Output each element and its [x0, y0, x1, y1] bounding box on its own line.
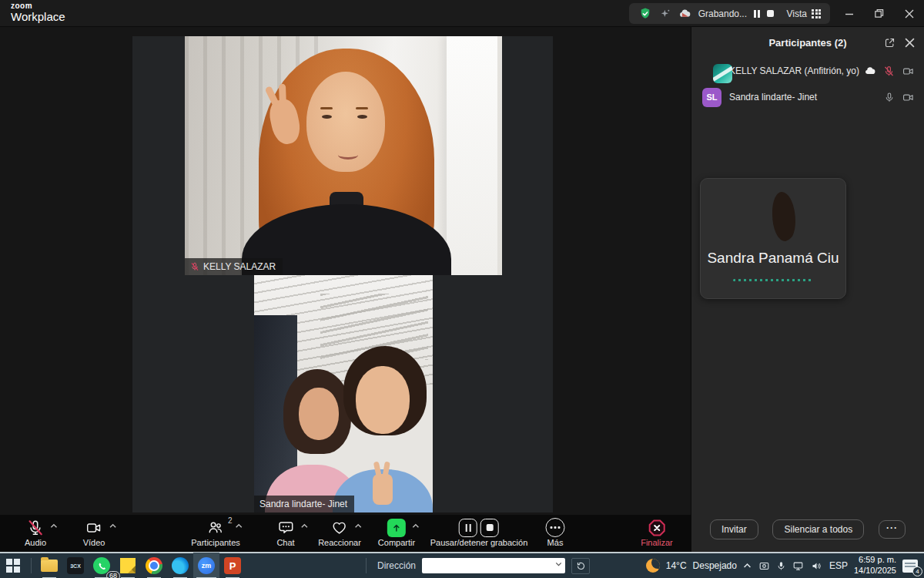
heart-icon [330, 519, 348, 536]
chevron-down-icon[interactable] [555, 562, 562, 566]
participant-row-sandra[interactable]: SL Sandra lindarte- Jinet [691, 84, 924, 110]
restore-button[interactable] [864, 0, 894, 27]
address-input[interactable] [422, 558, 565, 573]
participants-options-chevron[interactable] [236, 523, 243, 529]
participant-row-kelly[interactable]: KELLY SALAZAR (Anfitrión, yo) [691, 58, 924, 84]
meeting-toolbar: Audio Vídeo 2 [0, 515, 691, 552]
react-control[interactable]: Reaccionar [318, 518, 361, 547]
participant-nametag: KELLY SALAZAR [185, 258, 283, 275]
taskbar-edge[interactable] [167, 553, 193, 578]
taskbar-whatsapp[interactable]: 68 [89, 553, 115, 578]
video-options-chevron[interactable] [109, 523, 117, 529]
speaker-tray-icon[interactable] [810, 560, 823, 572]
video-tile-sandra[interactable]: Sandra lindarte- Jinet [254, 275, 433, 512]
mic-icon[interactable] [884, 92, 895, 103]
stop-recording-button[interactable] [480, 519, 499, 537]
view-button[interactable]: Vista [787, 8, 821, 19]
chat-icon [277, 519, 294, 536]
taskbar-powerpoint[interactable]: P [219, 553, 246, 578]
react-label: Reaccionar [318, 538, 361, 547]
react-options-chevron[interactable] [354, 523, 362, 529]
taskbar-zoom[interactable]: zm [193, 553, 219, 578]
taskbar-3cx[interactable]: 3CX [62, 553, 89, 578]
security-shield-icon[interactable] [638, 7, 652, 21]
panel-more-button[interactable]: ··· [879, 520, 906, 539]
audio-label: Audio [25, 538, 46, 547]
taskbar-chrome[interactable] [141, 553, 167, 578]
date-text: 14/10/2025 [854, 566, 896, 575]
logo-zoom-text: zoom [11, 2, 65, 10]
panel-footer: Invitar Silenciar a todos ··· [691, 519, 924, 539]
invite-button[interactable]: Invitar [710, 519, 758, 539]
windows-taskbar: 3CX 68 zm P Dirección [0, 552, 924, 578]
popout-icon[interactable] [884, 37, 896, 49]
recording-label: Pausar/detener grabación [430, 538, 528, 547]
chat-control[interactable]: Chat [276, 518, 294, 547]
participants-control[interactable]: 2 Participantes [191, 518, 240, 547]
more-dots-icon [546, 518, 565, 537]
end-meeting-control[interactable]: Finalizar [641, 518, 673, 547]
more-control[interactable]: Más [546, 518, 565, 547]
participant-name: Sandra lindarte- Jinet [729, 92, 884, 102]
meeting-status-pill: Grabando... Vista [629, 3, 830, 24]
tray-expand-chevron[interactable] [743, 563, 752, 569]
mute-all-button[interactable]: Silenciar a todos [772, 519, 864, 539]
zoom-workplace-logo: zoom Workplace [11, 2, 65, 22]
system-tray [758, 560, 823, 572]
self-video-preview-card[interactable]: Sandra Panamá Ciu [700, 178, 846, 299]
camera-icon[interactable] [902, 92, 915, 103]
close-panel-icon[interactable] [905, 38, 915, 48]
mic-tray-icon[interactable] [776, 560, 786, 572]
muted-mic-icon [190, 262, 199, 271]
weather-desc[interactable]: Despejado [693, 560, 737, 571]
camera-icon[interactable] [902, 66, 915, 77]
address-toolbar: Dirección [361, 558, 590, 574]
taskbar-sticky-notes[interactable] [115, 553, 141, 578]
minimize-button[interactable] [834, 0, 864, 27]
pause-recording-button[interactable] [459, 519, 477, 537]
chrome-icon [146, 557, 162, 574]
recording-status-label: Grabando... [698, 8, 747, 19]
end-meeting-label: Finalizar [641, 538, 673, 547]
logo-workplace-text: Workplace [11, 11, 65, 22]
weather-moon-icon[interactable] [646, 559, 660, 573]
avatar: SL [702, 88, 721, 107]
nametag-text: KELLY SALAZAR [203, 261, 276, 272]
action-center-icon[interactable]: 4 [902, 560, 918, 573]
audio-control[interactable]: Audio [25, 518, 46, 547]
panel-header: Participantes (2) [691, 27, 924, 58]
video-control[interactable]: Vídeo [83, 518, 105, 547]
screen-record-tray-icon[interactable] [758, 560, 771, 572]
language-indicator[interactable]: ESP [829, 560, 848, 571]
participants-count-badge: 2 [228, 516, 233, 525]
more-label: Más [547, 538, 564, 547]
zoom-meeting-window: zoom Workplace Grabando... Vista [0, 0, 924, 578]
windows-logo-icon [6, 559, 20, 573]
audio-options-chevron[interactable] [50, 523, 58, 529]
view-label: Vista [787, 8, 807, 19]
recording-control: Pausar/detener grabación [430, 518, 528, 547]
titlebar: zoom Workplace Grabando... Vista [0, 0, 924, 27]
powerpoint-icon: P [224, 557, 241, 574]
share-control[interactable]: Compartir [378, 518, 415, 547]
start-button[interactable] [0, 553, 26, 578]
video-tile-kelly[interactable]: KELLY SALAZAR [185, 36, 502, 275]
chat-options-chevron[interactable] [300, 523, 308, 529]
audio-level-dots [733, 279, 813, 281]
close-button[interactable] [894, 0, 924, 27]
edge-icon [172, 557, 189, 574]
stop-recording-icon[interactable] [767, 10, 774, 17]
avatar [713, 64, 732, 83]
taskbar-clock[interactable]: 6:59 p. m. 14/10/2025 [854, 555, 896, 576]
meeting-stage: KELLY SALAZAR Sandra lindarte- Jinet [0, 27, 691, 515]
pause-recording-icon[interactable] [754, 10, 760, 18]
share-options-chevron[interactable] [412, 523, 420, 529]
muted-mic-icon[interactable] [883, 66, 895, 77]
chat-label: Chat [276, 538, 294, 547]
address-go-button[interactable] [571, 558, 590, 574]
3cx-icon: 3CX [67, 557, 84, 574]
network-tray-icon[interactable] [792, 560, 805, 572]
ai-companion-sparkle-icon[interactable] [659, 8, 671, 20]
weather-temp[interactable]: 14°C [666, 560, 687, 571]
taskbar-file-explorer[interactable] [36, 553, 62, 578]
